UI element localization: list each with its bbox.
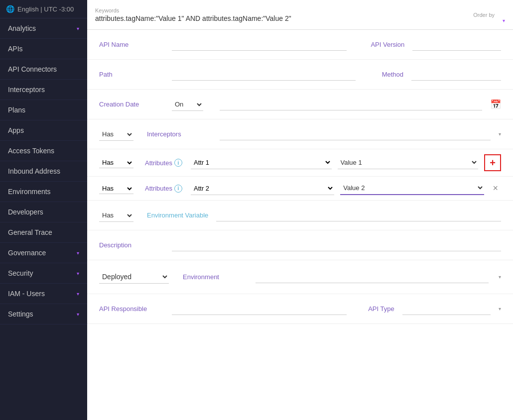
sidebar-item-label: Apps [8, 126, 79, 134]
sidebar-item-governance[interactable]: Governance ▾ [0, 243, 87, 263]
env-var-row: Has Has not Environment Variable [87, 201, 513, 230]
env-var-input[interactable] [216, 210, 501, 221]
sidebar-item-interceptors[interactable]: Interceptors [0, 80, 87, 100]
api-type-dropdown-arrow[interactable]: ▾ [499, 306, 501, 312]
attr1-name-wrapper[interactable]: Attr 1 [191, 156, 332, 169]
attr2-value-wrapper[interactable]: Value 2 [340, 182, 484, 195]
attributes-info-icon-2[interactable]: i [174, 185, 182, 193]
sidebar-item-iam-users[interactable]: IAM - Users ▾ [0, 284, 87, 304]
attributes-row-2: Has Has not Attributes i Attr 2 Value 2 … [87, 177, 513, 201]
sidebar-item-label: Security [8, 269, 77, 277]
attr1-name-select[interactable]: Attr 1 [191, 156, 332, 169]
search-bar: Keywords attributes.tagName:"Value 1" AN… [87, 0, 513, 30]
interceptors-input[interactable] [220, 128, 491, 140]
creation-date-select[interactable]: On Before After [172, 98, 203, 111]
attr2-name-select[interactable]: Attr 2 [191, 182, 334, 195]
api-version-label: API Version [355, 41, 404, 48]
deployed-select[interactable]: Deployed Not Deployed [99, 270, 169, 283]
api-responsible-row: API Responsible API Type ▾ [87, 294, 513, 324]
sidebar-item-label: Inbound Address [8, 167, 79, 175]
search-bar-left: Keywords attributes.tagName:"Value 1" AN… [95, 7, 469, 22]
attributes-row-1: Has Has not Attributes i Attr 1 Value 1 … [87, 149, 513, 177]
sidebar-item-label: Access Tokens [8, 147, 79, 155]
attr1-has-wrapper[interactable]: Has Has not [99, 157, 139, 168]
env-var-label: Environment Variable [147, 211, 208, 219]
description-input[interactable] [172, 239, 501, 251]
description-label: Description [99, 241, 164, 249]
api-name-row: API Name API Version [87, 30, 513, 60]
chevron-down-icon: ▾ [77, 26, 79, 31]
environment-dropdown-arrow[interactable]: ▾ [499, 274, 501, 280]
order-by-label: Order by [473, 12, 499, 18]
keywords-label: Keywords [95, 7, 469, 13]
interceptors-has-select[interactable]: Has Has not [99, 128, 133, 141]
creation-date-row: Creation Date On Before After 📅 [87, 90, 513, 119]
sidebar-item-settings[interactable]: Settings ▾ [0, 304, 87, 324]
method-input[interactable] [411, 69, 501, 81]
api-type-label: API Type [355, 305, 394, 313]
sidebar-item-label: Analytics [8, 24, 77, 32]
chevron-down-icon: ▾ [77, 312, 79, 317]
path-label: Path [99, 71, 164, 78]
creation-date-label: Creation Date [99, 101, 164, 108]
attr1-value-wrapper[interactable]: Value 1 [338, 156, 479, 169]
attributes-info-icon-1[interactable]: i [174, 159, 182, 167]
sidebar-item-label: Plans [8, 106, 79, 114]
sidebar-item-label: General Trace [8, 228, 79, 236]
sidebar-locale: English | UTC -3:00 [17, 5, 74, 13]
sidebar-item-label: Interceptors [8, 86, 79, 94]
sidebar-item-analytics[interactable]: Analytics ▾ [0, 18, 87, 39]
api-version-input[interactable] [412, 39, 501, 51]
sidebar-item-access-tokens[interactable]: Access Tokens [0, 141, 87, 161]
search-dropdown-arrow[interactable]: ▾ [503, 18, 505, 23]
sidebar-item-inbound-address[interactable]: Inbound Address [0, 161, 87, 182]
sidebar: 🌐 English | UTC -3:00 Analytics ▾ APIs A… [0, 0, 87, 420]
keywords-value: attributes.tagName:"Value 1" AND attribu… [95, 14, 469, 22]
interceptors-has-dropdown[interactable]: Has Has not [99, 128, 139, 141]
calendar-icon[interactable]: 📅 [490, 99, 501, 110]
sidebar-item-apps[interactable]: Apps [0, 120, 87, 141]
attributes-label-2: Attributes i [145, 185, 185, 193]
attr2-has-select[interactable]: Has Has not [99, 183, 133, 194]
api-type-input[interactable] [402, 303, 491, 315]
interceptors-dropdown-arrow[interactable]: ▾ [499, 131, 501, 137]
sidebar-item-apis[interactable]: APIs [0, 39, 87, 59]
attributes-label-1: Attributes i [145, 159, 185, 167]
api-name-input[interactable] [172, 39, 347, 51]
api-responsible-input[interactable] [172, 303, 347, 315]
sidebar-item-security[interactable]: Security ▾ [0, 263, 87, 284]
method-label: Method [364, 71, 403, 78]
sidebar-item-label: IAM - Users [8, 290, 77, 298]
main-content: Keywords attributes.tagName:"Value 1" AN… [87, 0, 513, 420]
attr2-name-wrapper[interactable]: Attr 2 [191, 182, 334, 195]
remove-attribute-button[interactable]: × [490, 182, 502, 195]
env-var-has-dropdown[interactable]: Has Has not [99, 209, 139, 222]
path-input[interactable] [172, 69, 356, 81]
interceptors-label: Interceptors [147, 130, 212, 138]
api-name-label: API Name [99, 41, 164, 48]
creation-date-input[interactable] [220, 99, 482, 110]
env-var-has-select[interactable]: Has Has not [99, 209, 133, 222]
attr2-has-wrapper[interactable]: Has Has not [99, 183, 139, 194]
chevron-down-icon: ▾ [77, 250, 79, 256]
sidebar-item-environments[interactable]: Environments [0, 182, 87, 202]
attr1-value-select[interactable]: Value 1 [338, 156, 479, 169]
attr1-has-select[interactable]: Has Has not [99, 157, 133, 168]
creation-date-dropdown[interactable]: On Before After [172, 98, 212, 111]
sidebar-item-plans[interactable]: Plans [0, 100, 87, 120]
sidebar-item-api-connectors[interactable]: API Connectors [0, 59, 87, 80]
interceptors-row: Has Has not Interceptors ▾ [87, 119, 513, 149]
environment-label: Environment [183, 273, 248, 281]
sidebar-item-general-trace[interactable]: General Trace [0, 222, 87, 243]
api-responsible-label: API Responsible [99, 305, 164, 313]
sidebar-header: 🌐 English | UTC -3:00 [0, 0, 87, 18]
sidebar-item-developers[interactable]: Developers [0, 202, 87, 222]
add-attribute-button[interactable]: + [484, 154, 501, 171]
deployed-row: Deployed Not Deployed Environment ▾ [87, 260, 513, 294]
deployed-select-wrapper[interactable]: Deployed Not Deployed [99, 270, 169, 284]
sidebar-item-label: Settings [8, 310, 77, 318]
sidebar-item-label: Environments [8, 188, 79, 196]
attr2-value-select[interactable]: Value 2 [340, 182, 484, 194]
chevron-down-icon: ▾ [77, 291, 79, 297]
environment-input[interactable] [256, 271, 489, 283]
